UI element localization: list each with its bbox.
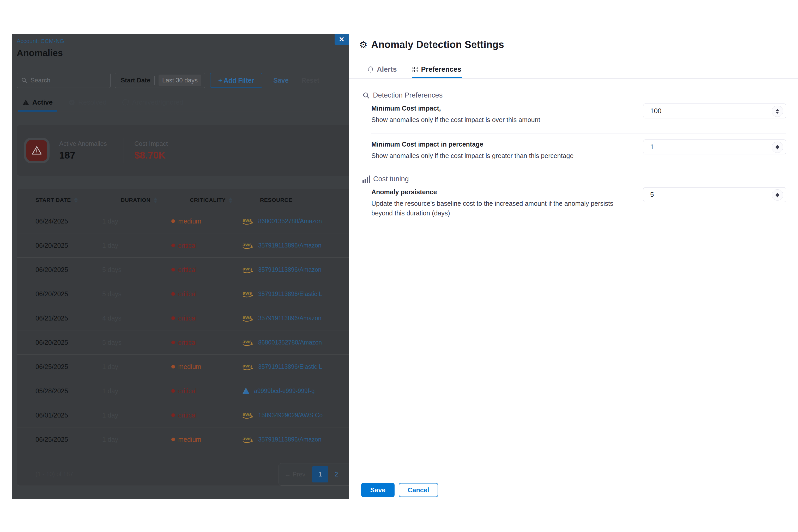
table-row[interactable]: 06/25/2025 1 day medium aws 357919113896… [17,355,349,379]
cell-resource: aws 158934929029/AWS Co [242,411,349,419]
criticality-dot [171,219,175,223]
resource-link[interactable]: 357919113896/Amazon [258,242,322,249]
close-icon: ✕ [339,36,344,43]
sort-icon[interactable] [229,197,232,203]
start-date-filter[interactable]: Start Date Last 30 days [115,73,205,88]
anomaly-persistence-input[interactable] [643,187,786,202]
cell-criticality: medium [171,436,242,443]
section-cost-tuning: Cost tuning [362,175,786,183]
min-cost-impact-percentage-input[interactable] [643,139,786,154]
tab-resolved[interactable]: Resolved [64,98,111,112]
cell-duration: 5 days [102,290,171,298]
col-criticality[interactable]: CRITICALITY [190,197,260,203]
criticality-dot [171,413,175,417]
tab-alerts[interactable]: Alerts [367,60,397,78]
resource-link[interactable]: 357919113896/Amazon [258,436,322,443]
table-row[interactable]: 06/24/2025 1 day medium aws 868001352780… [17,209,349,233]
cell-criticality: critical [171,266,242,273]
tab-label: Archived/Ignored [132,98,183,107]
close-button[interactable]: ✕ [335,34,349,45]
col-duration[interactable]: DURATION [121,197,190,203]
page-button-2[interactable]: 2 [328,466,344,482]
cell-duration: 1 day [102,217,171,225]
cancel-button[interactable]: Cancel [399,483,438,497]
active-anomalies-value: 187 [59,150,107,161]
check-circle-icon [68,99,75,106]
col-start-date[interactable]: START DATE [36,197,121,203]
min-cost-impact-input[interactable] [643,103,786,118]
resource-link[interactable]: a9999bcd-e999-999f-g [254,387,315,395]
resource-link[interactable]: 868001352780/Amazon [258,218,322,225]
page-button-1[interactable]: 1 [312,466,328,482]
bell-icon [367,66,374,73]
table-row[interactable]: 06/20/2025 5 days critical aws 357919113… [17,258,349,282]
tab-archived[interactable]: Archived/Ignored [118,98,188,112]
cell-criticality: medium [171,217,242,225]
cost-impact-value: $8.70K [134,150,168,161]
table-row[interactable]: 06/21/2025 4 days critical aws 357919113… [17,306,349,330]
screen: Account: CCM-NG Anomalies Search Start D… [0,0,798,532]
cell-criticality: critical [171,387,242,395]
sort-icon[interactable] [154,197,157,203]
aws-icon: aws [242,362,254,371]
field-description: Show anomalies only if the cost impact i… [372,151,573,160]
table-row[interactable]: 05/28/2025 1 day critical a9999bcd-e999-… [17,379,349,403]
cell-criticality: critical [171,412,242,419]
tab-active[interactable]: Active [18,98,57,112]
search-input[interactable]: Search [17,73,111,88]
cell-resource: aws 357919113896/Elastic L [242,290,349,298]
resource-link[interactable]: 357919113896/Amazon [258,315,322,322]
cell-resource: aws 357919113896/Amazon [242,435,349,443]
table-row[interactable]: 06/25/2025 1 day medium aws 357919113896… [17,427,349,451]
resource-link[interactable]: 357919113896/Elastic L [258,290,322,298]
table-row[interactable]: 06/20/2025 5 days critical aws 868001352… [17,330,349,355]
cell-duration: 1 day [102,363,171,370]
cell-duration: 1 day [102,436,171,443]
pager: ← Prev 1 2 3 [279,463,349,486]
start-date-value[interactable]: Last 30 days [158,75,201,86]
criticality-dot [171,268,175,271]
filter-save-button[interactable]: Save [273,77,288,84]
field-label: Anomaly persistence [372,187,622,197]
aws-icon: aws [242,314,254,322]
resource-link[interactable]: 158934929029/AWS Co [258,412,323,419]
resource-link[interactable]: 868001352780/Amazon [258,339,322,346]
cell-duration: 5 days [102,339,171,346]
number-stepper[interactable] [772,141,783,153]
save-button[interactable]: Save [361,483,395,497]
header-divider [12,65,349,65]
page-button-3[interactable]: 3 [344,466,349,482]
table-row[interactable]: 06/20/2025 1 day critical aws 3579191138… [17,233,349,258]
cost-impact-label: Cost Impact [134,140,168,147]
table-header-row: START DATE DURATION CRITICALITY RESOURCE [17,189,349,209]
number-stepper[interactable] [772,189,783,201]
resource-link[interactable]: 357919113896/Elastic L [258,363,322,370]
field-min-cost-impact-percentage: Minimum Cost impact in percentage Show a… [372,139,786,160]
table-row[interactable]: 06/20/2025 5 days critical aws 357919113… [17,282,349,306]
aws-icon: aws [242,241,254,250]
svg-text:aws: aws [243,242,252,247]
aws-icon: aws [242,217,254,225]
cell-start-date: 06/25/2025 [36,436,102,443]
prev-page-button[interactable]: ← Prev [285,471,305,478]
table-row[interactable]: 06/01/2025 1 day critical aws 1589349290… [17,403,349,427]
filter-reset-button[interactable]: Reset [302,77,319,84]
section-detection-preferences: Detection Preferences [362,91,786,99]
add-filter-button[interactable]: + Add Filter [210,73,262,88]
svg-text:aws: aws [243,266,252,271]
cell-resource: aws 868001352780/Amazon [242,338,349,347]
number-stepper[interactable] [772,106,783,117]
bar-chart-icon [362,175,370,183]
cost-impact-stat: Cost Impact $8.70K [134,140,168,161]
breadcrumb-account[interactable]: Account: CCM-NG [17,38,349,44]
cell-start-date: 06/20/2025 [36,290,102,298]
tab-label: Resolved [78,98,107,107]
svg-text:aws: aws [243,217,252,223]
azure-icon [242,387,250,395]
anomaly-settings-drawer: ⚙ Anomaly Detection Settings Alerts Pref… [349,0,798,532]
sort-icon[interactable] [74,197,78,203]
tab-label: Preferences [421,65,461,74]
tab-preferences[interactable]: Preferences [412,60,462,78]
tab-label: Alerts [377,65,397,74]
resource-link[interactable]: 357919113896/Amazon [258,266,322,273]
